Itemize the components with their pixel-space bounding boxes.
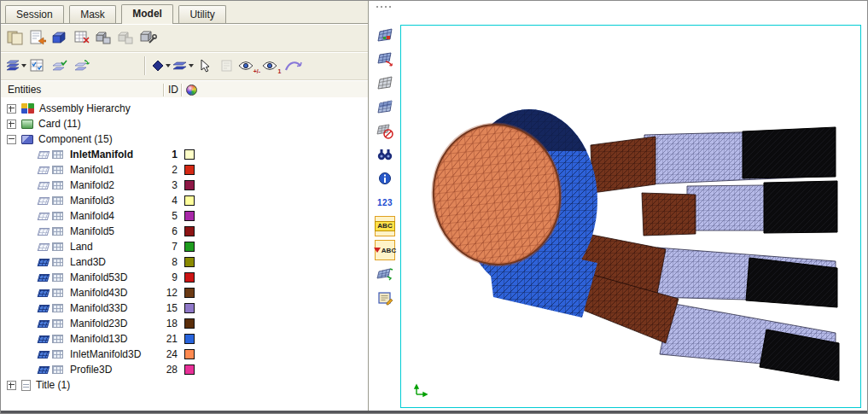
component-id: 9 bbox=[160, 271, 178, 283]
component-row[interactable]: Profile3D 28 bbox=[1, 362, 368, 377]
column-divider bbox=[181, 84, 183, 96]
entity-display-menu-icon[interactable] bbox=[4, 55, 26, 77]
component-color-swatch[interactable] bbox=[184, 180, 195, 190]
component-row[interactable]: Manifold33D 15 bbox=[1, 300, 368, 316]
section-cut-icon[interactable] bbox=[375, 264, 395, 284]
import-model-icon[interactable] bbox=[26, 27, 49, 49]
geometry-plate-icon bbox=[38, 274, 50, 282]
component-row[interactable]: Manifold3 4 bbox=[1, 193, 368, 208]
chevron-down-icon bbox=[166, 64, 171, 67]
elements-grid-icon bbox=[52, 273, 63, 282]
create-entity-icon[interactable] bbox=[49, 27, 71, 49]
expand-icon[interactable] bbox=[7, 120, 16, 129]
component-id: 1 bbox=[160, 149, 178, 160]
color-legend-icon bbox=[186, 85, 197, 96]
component-row[interactable]: Land3D 8 bbox=[1, 254, 368, 270]
geometry-plate-icon bbox=[38, 289, 50, 297]
component-color-swatch[interactable] bbox=[184, 257, 195, 267]
mesh-style-icon[interactable] bbox=[375, 25, 395, 45]
browser-tabs: Session Mask Model Utility bbox=[1, 1, 368, 24]
component-name: Manifold13D bbox=[70, 333, 127, 345]
graphics-viewport[interactable] bbox=[400, 25, 861, 408]
apply-checks-icon[interactable] bbox=[49, 55, 71, 77]
fit-view-icon[interactable] bbox=[283, 55, 305, 77]
no-display-icon[interactable] bbox=[375, 120, 395, 141]
component-color-swatch[interactable] bbox=[184, 303, 195, 313]
one-label: 1 bbox=[278, 68, 282, 77]
numbers-label: 123 bbox=[377, 198, 393, 207]
tree-row-card[interactable]: Card (11) bbox=[1, 116, 368, 131]
component-color-swatch[interactable] bbox=[184, 242, 195, 252]
component-row[interactable]: InletManifold 1 bbox=[1, 147, 368, 162]
shaded-icon[interactable] bbox=[375, 96, 395, 117]
tree-row-assembly-hierarchy[interactable]: Assembly Hierarchy bbox=[1, 101, 368, 116]
elements-grid-icon bbox=[52, 150, 63, 159]
expand-icon[interactable] bbox=[7, 104, 16, 114]
wireframe-icon[interactable] bbox=[375, 73, 395, 93]
component-row[interactable]: Land 7 bbox=[1, 239, 368, 254]
elements-grid-icon bbox=[52, 304, 63, 312]
component-row[interactable]: Manifold13D 21 bbox=[1, 331, 368, 347]
elements-grid-icon bbox=[52, 289, 63, 297]
component-row[interactable]: Manifold5 6 bbox=[1, 224, 368, 239]
component-color-swatch[interactable] bbox=[184, 149, 195, 160]
component-row[interactable]: Manifold2 3 bbox=[1, 178, 368, 193]
checks-table-icon[interactable] bbox=[26, 55, 49, 77]
component-id: 28 bbox=[160, 364, 178, 376]
mesh-load-icon[interactable] bbox=[375, 49, 395, 69]
card-editor-icon[interactable] bbox=[71, 27, 93, 49]
component-name: Manifold1 bbox=[70, 164, 114, 176]
tab[interactable]: Utility bbox=[178, 5, 225, 23]
component-row[interactable]: Manifold43D 12 bbox=[1, 285, 368, 300]
tab[interactable]: Model bbox=[121, 4, 173, 24]
component-name: Manifold2 bbox=[70, 179, 114, 191]
numbers-icon[interactable]: 123 bbox=[375, 192, 395, 213]
find-icon[interactable] bbox=[375, 144, 395, 165]
notes-icon[interactable] bbox=[375, 288, 395, 308]
info-icon[interactable] bbox=[375, 168, 395, 189]
component-row[interactable]: Manifold1 2 bbox=[1, 162, 368, 178]
tab[interactable]: Mask bbox=[69, 5, 116, 23]
collapse-icon[interactable] bbox=[7, 135, 16, 144]
tab[interactable]: Session bbox=[5, 5, 64, 23]
expand-icon[interactable] bbox=[7, 381, 16, 390]
labels-off-label: ABC bbox=[382, 247, 396, 254]
component-row[interactable]: Manifold4 5 bbox=[1, 208, 368, 224]
component-row[interactable]: InletManifold3D 24 bbox=[1, 347, 368, 362]
tools-icon[interactable] bbox=[137, 27, 160, 49]
component-color-swatch[interactable] bbox=[184, 195, 195, 206]
component-id: 2 bbox=[160, 164, 178, 176]
tree-row-title[interactable]: Title (1) bbox=[1, 377, 368, 393]
isolate-icon[interactable]: 1 bbox=[260, 55, 283, 77]
open-model-icon[interactable] bbox=[4, 27, 26, 49]
component-name: Land3D bbox=[70, 256, 106, 268]
elements-grid-icon bbox=[52, 258, 63, 266]
component-id: 5 bbox=[160, 210, 178, 222]
component-id: 24 bbox=[160, 348, 178, 360]
tree-row-component[interactable]: Component (15) bbox=[1, 131, 368, 147]
toolbar-grip[interactable] bbox=[376, 5, 393, 9]
component-folder-icon bbox=[21, 135, 33, 144]
labels-on-icon[interactable]: ABC bbox=[375, 216, 395, 236]
component-color-swatch[interactable] bbox=[184, 272, 195, 283]
graphics-area: 123 ABC ABC bbox=[370, 1, 867, 411]
geometry-plate-icon bbox=[38, 243, 50, 251]
material-menu-icon[interactable] bbox=[149, 55, 172, 77]
show-hide-icon[interactable]: +/- bbox=[238, 55, 260, 77]
component-color-swatch[interactable] bbox=[184, 334, 195, 344]
component-color-swatch[interactable] bbox=[184, 318, 195, 329]
component-color-swatch[interactable] bbox=[184, 349, 195, 359]
component-row[interactable]: Manifold53D 9 bbox=[1, 270, 368, 285]
component-color-swatch[interactable] bbox=[184, 364, 195, 375]
component-color-swatch[interactable] bbox=[184, 288, 195, 298]
update-display-icon[interactable] bbox=[71, 55, 93, 77]
layers-menu-icon[interactable] bbox=[172, 55, 194, 77]
component-color-swatch[interactable] bbox=[184, 211, 195, 221]
labels-off-icon[interactable]: ABC bbox=[375, 240, 395, 260]
organize-icon[interactable] bbox=[93, 27, 115, 49]
pointer-icon[interactable] bbox=[194, 55, 216, 77]
card-folder-icon bbox=[21, 120, 33, 129]
component-color-swatch[interactable] bbox=[184, 165, 195, 175]
component-color-swatch[interactable] bbox=[184, 226, 195, 236]
component-row[interactable]: Manifold23D 18 bbox=[1, 316, 368, 331]
